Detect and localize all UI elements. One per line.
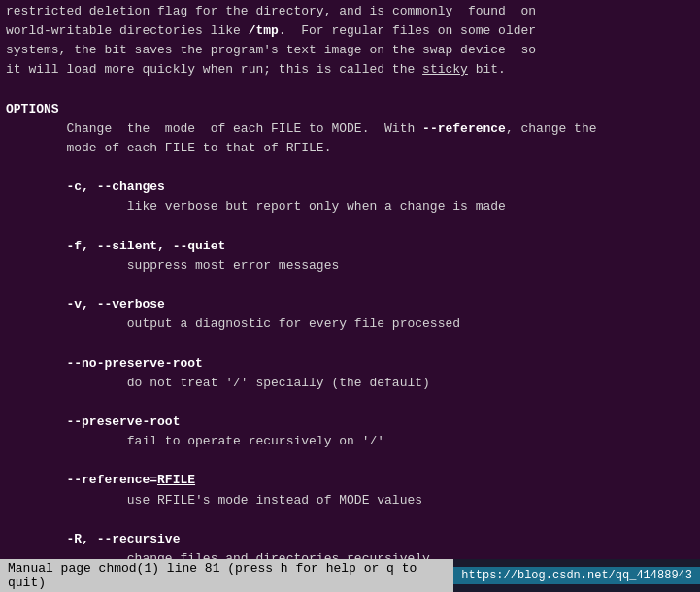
flag-no-preserve: --no-preserve-root: [6, 354, 694, 374]
flag-silent-desc: suppress most error messages: [6, 256, 694, 276]
flag-silent: -f, --silent, --quiet: [6, 237, 694, 256]
flag-changes-desc: like verbose but report only when a chan…: [6, 197, 694, 216]
terminal: restricted deletion flag for the directo…: [0, 0, 700, 592]
blank-line-6: [6, 393, 694, 412]
flag-verbose: -v, --verbose: [6, 295, 694, 314]
flag-no-preserve-desc: do not treat '/' specially (the default): [6, 374, 694, 393]
blank-line-7: [6, 451, 694, 471]
options-desc2: mode of each FILE to that of RFILE.: [6, 139, 694, 158]
blank-line-4: [6, 276, 694, 295]
blank-line-3: [6, 217, 694, 237]
status-right-url: https://blog.csdn.net/qq_41488943: [453, 567, 700, 584]
flag-reference-desc: use RFILE's mode instead of MODE values: [6, 491, 694, 510]
intro-line-4: it will load more quickly when run; this…: [6, 60, 694, 80]
status-bar: Manual page chmod(1) line 81 (press h fo…: [0, 559, 700, 592]
blank-line-2: [6, 158, 694, 178]
flag-reference: --reference=RFILE: [6, 471, 694, 490]
intro-line-1: restricted deletion flag for the directo…: [6, 2, 694, 21]
blank-line-5: [6, 334, 694, 353]
content-area: restricted deletion flag for the directo…: [0, 0, 700, 568]
flag-changes: -c, --changes: [6, 178, 694, 197]
options-desc: Change the mode of each FILE to MODE. Wi…: [6, 119, 694, 139]
blank-line-8: [6, 510, 694, 530]
flag-recursive: -R, --recursive: [6, 530, 694, 549]
flag-verbose-desc: output a diagnostic for every file proce…: [6, 314, 694, 334]
blank-line-1: [6, 81, 694, 100]
status-left-text: Manual page chmod(1) line 81 (press h fo…: [0, 559, 453, 592]
flag-preserve: --preserve-root: [6, 412, 694, 432]
intro-line-3: systems, the bit saves the program's tex…: [6, 41, 694, 60]
main-content: restricted deletion flag for the directo…: [0, 0, 700, 568]
options-header: OPTIONS: [6, 100, 694, 119]
intro-line-2: world-writable directories like /tmp. Fo…: [6, 21, 694, 41]
flag-preserve-desc: fail to operate recursively on '/': [6, 432, 694, 451]
